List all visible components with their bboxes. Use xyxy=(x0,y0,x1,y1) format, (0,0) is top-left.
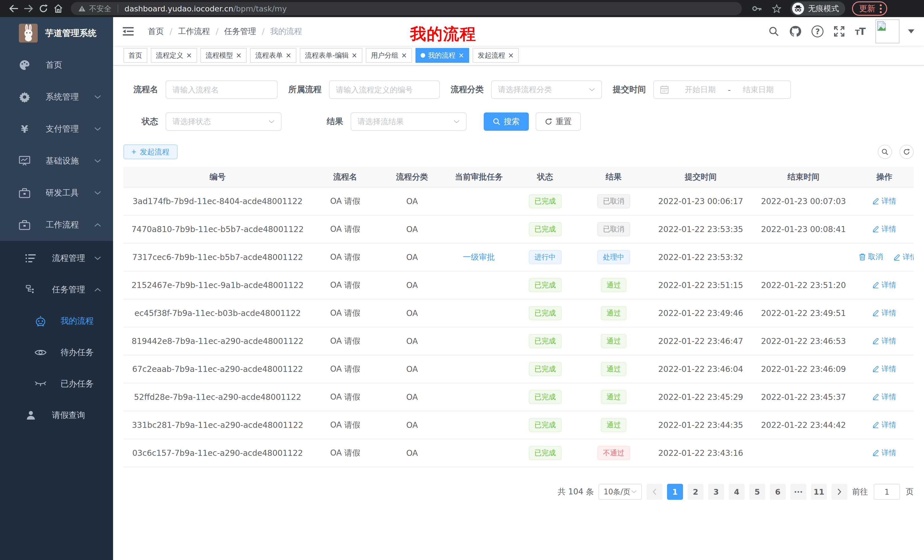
detail-action[interactable]: 详情 xyxy=(872,196,896,206)
page-button-11[interactable]: 11 xyxy=(811,484,827,500)
status-badge: 已完成 xyxy=(529,306,562,320)
close-icon[interactable]: × xyxy=(351,52,357,59)
detail-action[interactable]: 详情 xyxy=(872,308,896,318)
browser-update-button[interactable]: 更新 xyxy=(852,1,887,16)
page-button-1[interactable]: 1 xyxy=(667,484,683,500)
page-button-4[interactable]: 4 xyxy=(729,484,745,500)
breadcrumb-workflow[interactable]: 工作流程 xyxy=(178,26,210,37)
close-icon[interactable]: × xyxy=(285,52,291,59)
page-button-6[interactable]: 6 xyxy=(770,484,786,500)
page-button-2[interactable]: 2 xyxy=(688,484,704,500)
detail-action[interactable]: 详情 xyxy=(894,252,914,262)
page-ellipsis[interactable]: ··· xyxy=(790,484,806,500)
range-separator: - xyxy=(728,85,731,94)
github-icon[interactable] xyxy=(789,25,801,37)
result-select[interactable]: 请选择流结果 xyxy=(351,112,466,131)
password-key-icon[interactable] xyxy=(752,5,762,12)
start-date-placeholder[interactable]: 开始日期 xyxy=(675,84,726,95)
process-definition-input[interactable] xyxy=(329,81,440,99)
avatar[interactable] xyxy=(876,19,900,43)
breadcrumb-task-mgmt[interactable]: 任务管理 xyxy=(224,26,256,37)
app-logo[interactable]: 芋道管理系统 xyxy=(0,17,113,49)
prev-page-button[interactable] xyxy=(646,484,663,500)
create-process-button[interactable]: + 发起流程 xyxy=(123,144,178,159)
tab-user-group[interactable]: 用户分组× xyxy=(366,48,412,63)
browser-menu-icon[interactable] xyxy=(880,4,882,13)
next-page-button[interactable] xyxy=(831,484,848,500)
sidebar-item-my-process[interactable]: 我的流程 xyxy=(0,305,113,337)
chevron-up-icon xyxy=(94,288,101,292)
yen-icon: ¥ xyxy=(18,123,31,135)
process-name: OA 请假 xyxy=(312,243,379,271)
help-icon[interactable]: ? xyxy=(812,25,824,37)
sidebar-item-devtools[interactable]: 研发工具 xyxy=(0,177,113,209)
detail-action[interactable]: 详情 xyxy=(872,280,896,290)
sidebar-item-workflow[interactable]: 工作流程 xyxy=(0,209,113,241)
plus-icon: + xyxy=(131,148,136,156)
sidebar-item-system[interactable]: 系统管理 xyxy=(0,81,113,113)
security-warning[interactable]: 不安全 xyxy=(78,4,111,14)
sidebar-item-infra[interactable]: 基础设施 xyxy=(0,145,113,177)
tab-process-form-edit[interactable]: 流程表单-编辑× xyxy=(300,48,362,63)
show-search-toggle-button[interactable] xyxy=(878,145,892,159)
category-select[interactable]: 请选择流程分类 xyxy=(491,81,602,99)
browser-forward-icon[interactable] xyxy=(21,2,36,15)
address-bar[interactable]: 不安全 dashboard.yudao.iocoder.cn/bpm/task/… xyxy=(71,2,742,15)
tab-my-process[interactable]: 我的流程× xyxy=(416,48,469,63)
date-range-picker[interactable]: 开始日期 - 结束日期 xyxy=(653,81,791,99)
detail-action[interactable]: 详情 xyxy=(872,420,896,430)
tab-start-process[interactable]: 发起流程× xyxy=(472,48,519,63)
close-icon[interactable]: × xyxy=(401,52,407,59)
sidebar-collapse-icon[interactable] xyxy=(123,27,134,36)
end-time: 2022-01-22 23:49:51 xyxy=(752,299,855,327)
close-icon[interactable]: × xyxy=(186,52,192,59)
browser-reload-icon[interactable] xyxy=(36,2,51,15)
status-select[interactable]: 请选择状态 xyxy=(166,112,282,131)
detail-action[interactable]: 详情 xyxy=(872,448,896,458)
goto-page-input[interactable] xyxy=(874,484,900,500)
detail-action[interactable]: 详情 xyxy=(872,364,896,374)
header-search-icon[interactable] xyxy=(769,26,779,36)
reset-button[interactable]: 重置 xyxy=(536,112,581,131)
browser-home-icon[interactable] xyxy=(51,2,66,15)
chevron-up-icon xyxy=(94,223,101,227)
close-icon[interactable]: × xyxy=(458,52,464,59)
incognito-badge[interactable]: 无痕模式 xyxy=(790,1,845,16)
sidebar-item-payment[interactable]: ¥ 支付管理 xyxy=(0,113,113,145)
process-name-input[interactable] xyxy=(166,81,278,99)
page-button-3[interactable]: 3 xyxy=(708,484,724,500)
page-button-5[interactable]: 5 xyxy=(749,484,765,500)
detail-action[interactable]: 详情 xyxy=(872,224,896,234)
page-size-select[interactable]: 10条/页 xyxy=(598,484,642,500)
sidebar-item-done-tasks[interactable]: 已办任务 xyxy=(0,368,113,400)
refresh-table-button[interactable] xyxy=(900,145,914,159)
avatar-dropdown-caret[interactable] xyxy=(908,29,914,33)
sidebar-item-leave-query[interactable]: 请假查询 xyxy=(0,400,113,431)
cancel-action[interactable]: 取消 xyxy=(859,252,883,262)
font-size-icon[interactable]: TT xyxy=(855,26,865,37)
fullscreen-icon[interactable] xyxy=(834,26,844,37)
end-date-placeholder[interactable]: 结束日期 xyxy=(732,84,784,95)
sidebar-item-todo-tasks[interactable]: 待办任务 xyxy=(0,337,113,368)
tab-process-definition[interactable]: 流程定义× xyxy=(151,48,197,63)
sidebar-item-task-mgmt[interactable]: 任务管理 xyxy=(0,274,113,305)
close-icon[interactable]: × xyxy=(236,52,242,59)
tab-home[interactable]: 首页 xyxy=(123,48,147,63)
search-button[interactable]: 搜索 xyxy=(484,112,529,131)
tab-process-model[interactable]: 流程模型× xyxy=(201,48,247,63)
process-id: 67c2eaab-7b9a-11ec-a290-acde48001122 xyxy=(123,355,312,383)
status-badge: 已完成 xyxy=(529,278,562,292)
close-icon[interactable]: × xyxy=(508,52,514,59)
table-row: ec45f38f-7b9a-11ec-b03b-acde48001122 OA … xyxy=(123,299,914,327)
top-navbar: 首页 / 工作流程 / 任务管理 / 我的流程 我的流程 ? xyxy=(113,17,924,46)
breadcrumb-home[interactable]: 首页 xyxy=(148,26,164,37)
refresh-icon xyxy=(545,118,552,125)
tab-process-form[interactable]: 流程表单× xyxy=(250,48,296,63)
detail-action[interactable]: 详情 xyxy=(872,392,896,402)
detail-action[interactable]: 详情 xyxy=(872,336,896,346)
browser-back-icon[interactable] xyxy=(6,2,21,15)
sidebar-item-process-mgmt[interactable]: 流程管理 xyxy=(0,243,113,274)
current-task-link[interactable]: 一级审批 xyxy=(463,252,495,262)
bookmark-star-icon[interactable] xyxy=(772,4,781,13)
sidebar-item-home[interactable]: 首页 xyxy=(0,49,113,81)
